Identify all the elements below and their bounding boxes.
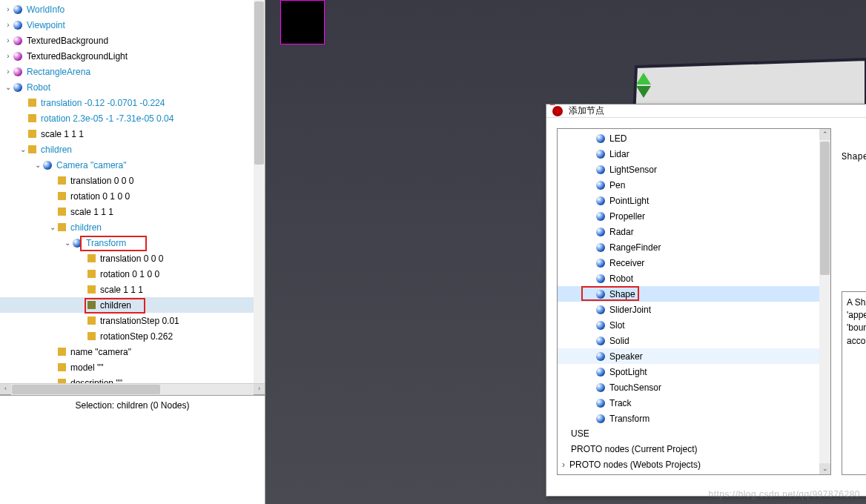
tree-rectanglearena[interactable]: RectangleArena <box>0 64 265 79</box>
webots-icon <box>552 106 563 116</box>
nodelist-scroll-thumb[interactable] <box>820 142 830 275</box>
tree-label: model "" <box>70 362 104 373</box>
node-lightsensor[interactable]: LightSensor <box>558 162 830 177</box>
tree-label: rotation 0 1 0 0 <box>70 191 130 202</box>
tree-camera[interactable]: Camera "camera" <box>0 157 265 173</box>
tree-label: TexturedBackground <box>27 36 108 46</box>
tree-vscroll[interactable] <box>254 0 265 383</box>
node-lidar[interactable]: Lidar <box>558 146 830 162</box>
selection-info: Selection: children (0 Nodes) <box>0 394 265 504</box>
tree-texturedbackgroundlight[interactable]: TexturedBackgroundLight <box>0 48 265 64</box>
node-rangefinder[interactable]: RangeFinder <box>558 239 830 255</box>
node-pointlight[interactable]: PointLight <box>558 193 830 208</box>
tree-label: description "" <box>70 378 122 384</box>
watermark: https://blog.csdn.net/qq/997876280 <box>709 489 860 500</box>
nodelist-scroll-up[interactable]: ⌃ <box>819 129 830 140</box>
tree-hscroll[interactable]: ‹ › <box>0 383 265 394</box>
tree-cam-model[interactable]: model "" <box>0 359 265 375</box>
scene-tree[interactable]: WorldInfo Viewpoint TexturedBackground T… <box>0 0 265 383</box>
tree-cam-name[interactable]: name "camera" <box>0 344 265 359</box>
shape-preview <box>842 165 866 291</box>
tree-label: rotation 0 1 0 0 <box>100 269 159 279</box>
tree-tf-translation[interactable]: translation 0 0 0 <box>0 251 265 266</box>
tree-label: rotation 2.3e-05 -1 -7.31e-05 0.04 <box>41 113 173 124</box>
tree-label: translation -0.12 -0.0701 -0.224 <box>41 98 165 108</box>
tree-label: translation 0 0 0 <box>70 176 133 186</box>
tree-label: name "camera" <box>70 347 131 357</box>
tree-label: TexturedBackgroundLight <box>27 51 128 62</box>
node-led[interactable]: LED <box>558 130 830 146</box>
tree-label: children <box>100 300 131 311</box>
tree-label: scale 1 1 1 <box>70 207 113 217</box>
tree-cam-scale[interactable]: scale 1 1 1 <box>0 204 265 219</box>
tree-tf-children[interactable]: children <box>0 297 265 313</box>
node-radar[interactable]: Radar <box>558 224 830 239</box>
node-solid[interactable]: Solid <box>558 333 830 348</box>
group-proto-webots[interactable]: PROTO nodes (Webots Projects) <box>558 457 830 473</box>
tree-label: RectangleArena <box>27 67 90 77</box>
tree-robot-scale[interactable]: scale 1 1 1 <box>0 126 265 142</box>
node-sliderjoint[interactable]: SliderJoint <box>558 302 830 317</box>
node-pen[interactable]: Pen <box>558 177 830 193</box>
tree-label: children <box>41 145 72 155</box>
tree-robot-translation[interactable]: translation -0.12 -0.0701 -0.224 <box>0 95 265 110</box>
tree-cam-description[interactable]: description "" <box>0 375 265 383</box>
tree-robot-rotation[interactable]: rotation 2.3e-05 -1 -7.31e-05 0.04 <box>0 110 265 126</box>
tree-robot-children[interactable]: children <box>0 142 265 157</box>
hscroll-right[interactable]: › <box>254 384 265 395</box>
tree-label: Robot <box>27 82 50 93</box>
tree-tf-translationstep[interactable]: translationStep 0.01 <box>0 313 265 328</box>
tree-viewpoint[interactable]: Viewpoint <box>0 17 265 33</box>
translate-gizmo[interactable] <box>636 73 651 102</box>
tree-label: rotationStep 0.262 <box>100 331 173 342</box>
tree-label: children <box>70 222 102 233</box>
tree-label: translation 0 0 0 <box>100 253 163 264</box>
dialog-title: 添加节点 <box>569 105 866 117</box>
node-speaker[interactable]: Speaker <box>558 348 830 364</box>
add-node-dialog: 添加节点 ? ✕ LED Lidar LightSensor Pen Point… <box>546 104 866 497</box>
tree-worldinfo[interactable]: WorldInfo <box>0 1 265 17</box>
tree-cam-rotation[interactable]: rotation 0 1 0 0 <box>0 188 265 204</box>
shape-label: Shape <box>842 152 866 162</box>
tree-label: Viewpoint <box>27 20 65 30</box>
tree-robot[interactable]: Robot <box>0 79 265 95</box>
tree-label: scale 1 1 1 <box>100 285 143 295</box>
tree-label: translationStep 0.01 <box>100 316 179 326</box>
shape-description: A Shape node is a visual objects that in… <box>842 291 866 475</box>
3d-viewport[interactable]: 添加节点 ? ✕ LED Lidar LightSensor Pen Point… <box>265 0 866 504</box>
tree-tf-rotationstep[interactable]: rotationStep 0.262 <box>0 328 265 344</box>
dialog-titlebar[interactable]: 添加节点 ? ✕ <box>546 105 866 118</box>
tree-tf-rotation[interactable]: rotation 0 1 0 0 <box>0 266 265 282</box>
node-receiver[interactable]: Receiver <box>558 255 830 271</box>
nodelist-scroll-down[interactable]: ⌄ <box>819 463 830 474</box>
tree-label: scale 1 1 1 <box>41 129 84 139</box>
node-list[interactable]: LED Lidar LightSensor Pen PointLight Pro… <box>557 128 831 475</box>
camera-overlay[interactable] <box>280 0 325 44</box>
node-slot[interactable]: Slot <box>558 317 830 333</box>
node-shape[interactable]: Shape <box>558 286 830 302</box>
tree-transform[interactable]: Transform <box>0 235 265 251</box>
node-transform[interactable]: Transform <box>558 411 830 426</box>
tree-cam-translation[interactable]: translation 0 0 0 <box>0 173 265 188</box>
node-robot[interactable]: Robot <box>558 271 830 286</box>
node-touchsensor[interactable]: TouchSensor <box>558 379 830 395</box>
scene-tree-panel: WorldInfo Viewpoint TexturedBackground T… <box>0 0 265 504</box>
tree-cam-children[interactable]: children <box>0 219 265 235</box>
hscroll-thumb[interactable] <box>12 385 160 394</box>
tree-texturedbackground[interactable]: TexturedBackground <box>0 33 265 48</box>
group-use[interactable]: USE <box>558 426 830 442</box>
tree-label: WorldInfo <box>27 4 65 15</box>
tree-label: Camera "camera" <box>56 160 127 170</box>
tree-label: Transform <box>86 238 126 248</box>
node-track[interactable]: Track <box>558 395 830 411</box>
nodelist-vscroll[interactable]: ⌃ ⌄ <box>819 129 830 474</box>
hscroll-left[interactable]: ‹ <box>0 384 11 395</box>
tree-tf-scale[interactable]: scale 1 1 1 <box>0 282 265 297</box>
group-proto-current[interactable]: PROTO nodes (Current Project) <box>558 442 830 457</box>
tree-vscroll-thumb[interactable] <box>254 1 264 165</box>
node-spotlight[interactable]: SpotLight <box>558 364 830 379</box>
node-propeller[interactable]: Propeller <box>558 208 830 224</box>
